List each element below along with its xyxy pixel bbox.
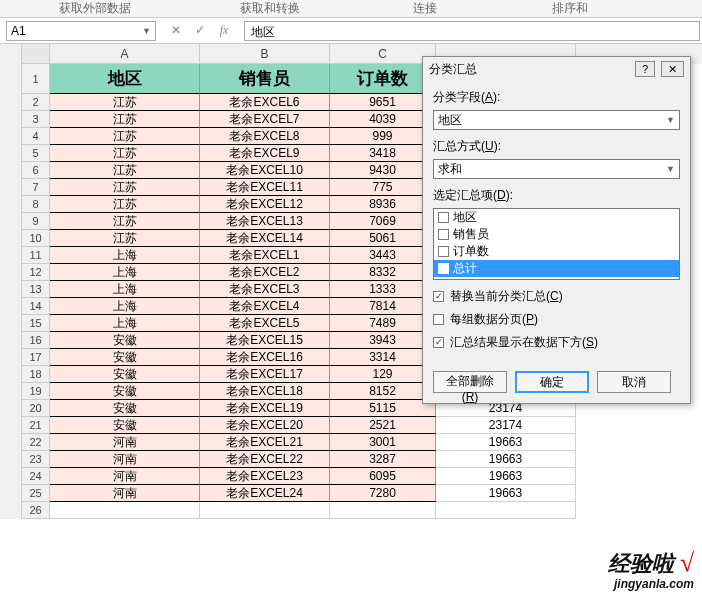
row-header[interactable]: 6 [22,162,50,179]
checkbox-checked-icon[interactable] [438,263,449,274]
cell-region[interactable]: 江苏 [50,213,200,230]
cell-extra[interactable]: 19663 [436,468,576,485]
method-select[interactable]: 求和 ▼ [433,159,680,179]
cell-orders[interactable]: 775 [330,179,436,196]
checkbox-icon[interactable] [438,246,449,257]
cell-sales[interactable]: 老余EXCEL18 [200,383,330,400]
cell-region[interactable]: 江苏 [50,179,200,196]
cell-region[interactable]: 安徽 [50,366,200,383]
list-item[interactable]: 订单数 [434,243,679,260]
cell-orders[interactable]: 6095 [330,468,436,485]
cell-region[interactable]: 江苏 [50,111,200,128]
header-region[interactable]: 地区 [50,64,200,94]
column-header-b[interactable]: B [200,44,330,64]
cell-region[interactable]: 安徽 [50,383,200,400]
remove-all-button[interactable]: 全部删除(R) [433,371,507,393]
ok-button[interactable]: 确定 [515,371,589,393]
cell-region[interactable]: 江苏 [50,162,200,179]
row-header[interactable]: 22 [22,434,50,451]
name-box[interactable]: A1 ▼ [6,21,156,41]
cell-region[interactable]: 河南 [50,468,200,485]
cell-orders[interactable]: 7069 [330,213,436,230]
row-header[interactable]: 24 [22,468,50,485]
cell-orders[interactable]: 3943 [330,332,436,349]
row-header[interactable]: 23 [22,451,50,468]
cell-region[interactable]: 河南 [50,434,200,451]
row-header[interactable]: 19 [22,383,50,400]
cell-region[interactable]: 上海 [50,264,200,281]
cell-sales[interactable]: 老余EXCEL21 [200,434,330,451]
row-header[interactable]: 14 [22,298,50,315]
cell[interactable] [330,502,436,519]
row-header[interactable]: 1 [22,64,50,94]
cell-orders[interactable]: 3314 [330,349,436,366]
cell-orders[interactable]: 2521 [330,417,436,434]
row-header[interactable]: 4 [22,128,50,145]
cell-region[interactable]: 安徽 [50,417,200,434]
cell-sales[interactable]: 老余EXCEL3 [200,281,330,298]
accept-formula-icon[interactable]: ✓ [192,23,208,38]
cell-sales[interactable]: 老余EXCEL14 [200,230,330,247]
cell-orders[interactable]: 8152 [330,383,436,400]
list-item[interactable]: 地区 [434,209,679,226]
cell-orders[interactable]: 7489 [330,315,436,332]
row-header[interactable]: 18 [22,366,50,383]
cell-region[interactable]: 上海 [50,298,200,315]
close-icon[interactable]: ✕ [661,61,684,77]
formula-input[interactable]: 地区 [244,21,700,41]
cell-orders[interactable]: 3418 [330,145,436,162]
row-header[interactable]: 25 [22,485,50,502]
cell-sales[interactable]: 老余EXCEL8 [200,128,330,145]
row-header[interactable]: 17 [22,349,50,366]
header-orders[interactable]: 订单数 [330,64,436,94]
cell-sales[interactable]: 老余EXCEL13 [200,213,330,230]
cell-orders[interactable]: 1333 [330,281,436,298]
row-header[interactable]: 10 [22,230,50,247]
cell-sales[interactable]: 老余EXCEL15 [200,332,330,349]
row-header[interactable]: 3 [22,111,50,128]
cell-orders[interactable]: 999 [330,128,436,145]
row-header[interactable]: 7 [22,179,50,196]
row-header[interactable]: 13 [22,281,50,298]
cell-orders[interactable]: 129 [330,366,436,383]
cell-region[interactable]: 江苏 [50,230,200,247]
row-header[interactable]: 15 [22,315,50,332]
cell[interactable] [50,502,200,519]
cell-orders[interactable]: 3001 [330,434,436,451]
cell-region[interactable]: 江苏 [50,128,200,145]
cell-region[interactable]: 安徽 [50,400,200,417]
row-header[interactable]: 26 [22,502,50,519]
select-all-corner[interactable] [22,44,50,64]
cell-sales[interactable]: 老余EXCEL22 [200,451,330,468]
cell-region[interactable]: 河南 [50,451,200,468]
row-header[interactable]: 20 [22,400,50,417]
row-header[interactable]: 11 [22,247,50,264]
outline-column[interactable] [0,44,22,519]
checkbox-icon[interactable] [438,229,449,240]
row-header[interactable]: 12 [22,264,50,281]
field-select[interactable]: 地区 ▼ [433,110,680,130]
cell-orders[interactable]: 3287 [330,451,436,468]
cell-sales[interactable]: 老余EXCEL24 [200,485,330,502]
cell-sales[interactable]: 老余EXCEL19 [200,400,330,417]
row-header[interactable]: 21 [22,417,50,434]
cell-region[interactable]: 安徽 [50,349,200,366]
cell-sales[interactable]: 老余EXCEL17 [200,366,330,383]
row-header[interactable]: 9 [22,213,50,230]
cell-sales[interactable]: 老余EXCEL20 [200,417,330,434]
cell-extra[interactable]: 19663 [436,434,576,451]
cell-region[interactable]: 上海 [50,315,200,332]
checkbox-checked-icon[interactable] [433,291,444,302]
page-checkbox-row[interactable]: 每组数据分页(P) [433,311,680,328]
fx-icon[interactable]: fx [216,23,232,38]
cell-region[interactable]: 河南 [50,485,200,502]
below-checkbox-row[interactable]: 汇总结果显示在数据下方(S) [433,334,680,351]
cell-region[interactable]: 上海 [50,247,200,264]
cell-region[interactable]: 江苏 [50,94,200,111]
cell-sales[interactable]: 老余EXCEL9 [200,145,330,162]
checkbox-checked-icon[interactable] [433,337,444,348]
cell-region[interactable]: 江苏 [50,145,200,162]
cell-orders[interactable]: 4039 [330,111,436,128]
checkbox-icon[interactable] [438,212,449,223]
column-header-a[interactable]: A [50,44,200,64]
